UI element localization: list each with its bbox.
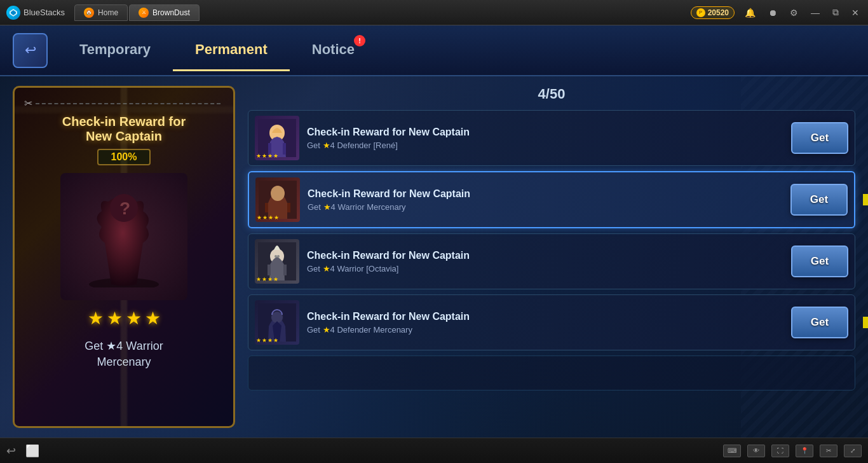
thumb-stars-3: ★ ★ ★ ★ — [256, 276, 278, 282]
svg-point-14 — [277, 255, 280, 258]
reward-item-2[interactable]: ★ ★ ★ ★ Check-in Reward for New Captain … — [248, 171, 855, 228]
tab-temporary[interactable]: Temporary — [57, 30, 173, 71]
expand-icon[interactable]: ⛶ — [771, 445, 789, 457]
coins-display: P 20520 — [691, 6, 735, 19]
get-button-4[interactable]: Get — [791, 307, 848, 338]
arrow-shape-2 — [863, 190, 868, 209]
home-tab[interactable]: 🏠 Home — [74, 4, 128, 21]
tab-permanent[interactable]: Permanent — [173, 30, 290, 71]
character-rene — [258, 119, 296, 157]
title-bar-left: BlueStacks 🏠 Home ⚔ BrownDust — [6, 4, 200, 21]
bottom-right: ⌨ 👁 ⛶ 📍 ✂ ⤢ — [723, 445, 862, 457]
reward-card-title: Check-in Reward for New Captain — [62, 114, 186, 144]
star-4: ★ — [145, 308, 161, 329]
reward-list: ★ ★ ★ ★ Check-in Reward for New Captain … — [248, 110, 855, 390]
star-1: ★ — [88, 308, 104, 329]
item-info-1: Check-in Reward for New Captain Get ★4 D… — [307, 127, 783, 150]
character-silhouette: ? — [73, 186, 175, 287]
nav-bar: ↩ Temporary Permanent Notice ! — [0, 25, 868, 76]
empty-item — [248, 356, 855, 390]
minimize-btn[interactable]: — — [808, 6, 822, 19]
notification-btn[interactable]: 🔔 — [742, 6, 758, 19]
close-btn[interactable]: ✕ — [849, 6, 862, 19]
item-desc-3: Get ★4 Warrior [Octavia] — [307, 264, 783, 273]
browndust-tab-icon: ⚔ — [139, 8, 149, 18]
reward-card: ✂ Check-in Reward for New Captain 100% — [13, 86, 235, 428]
scissors-line: ✂ — [24, 97, 224, 109]
thumb-stars-2: ★ ★ ★ ★ — [257, 214, 279, 221]
record-btn[interactable]: ⏺ — [766, 6, 780, 19]
notice-badge: ! — [354, 35, 365, 46]
reward-item-3[interactable]: ★ ★ ★ ★ Check-in Reward for New Captain … — [248, 233, 855, 289]
progress-bar-container: 100% — [97, 149, 151, 165]
item-title-1: Check-in Reward for New Captain — [307, 127, 783, 138]
item-thumb-1: ★ ★ ★ ★ — [255, 116, 299, 160]
tab-notice[interactable]: Notice ! — [290, 30, 377, 71]
character-defender-mercenary — [258, 303, 296, 342]
title-bar: BlueStacks 🏠 Home ⚔ BrownDust P 20520 🔔 … — [0, 0, 868, 25]
star-3: ★ — [126, 308, 142, 329]
svg-rect-8 — [283, 143, 286, 155]
item-desc-1: Get ★4 Defender [René] — [307, 141, 783, 150]
reward-description: Get ★4 Warrior Mercenary — [85, 338, 163, 370]
item-desc-4: Get ★4 Defender Mercenary — [307, 325, 783, 335]
arrow-indicator-2 — [863, 190, 868, 209]
right-panel: 4/50 — [248, 86, 855, 428]
star-2: ★ — [107, 308, 123, 329]
get-button-1[interactable]: Get — [791, 122, 848, 154]
get-button-3[interactable]: Get — [791, 245, 848, 277]
character-octavia — [258, 242, 296, 280]
get-button-2[interactable]: Get — [790, 184, 848, 216]
title-bar-right: P 20520 🔔 ⏺ ⚙ — ⧉ ✕ — [691, 6, 862, 19]
settings-btn[interactable]: ⚙ — [787, 6, 801, 19]
coins-amount: 20520 — [708, 8, 729, 17]
content-area: ✂ Check-in Reward for New Captain 100% — [0, 76, 868, 438]
character-warrior-mercenary — [259, 181, 297, 219]
camera-icon[interactable]: 👁 — [747, 445, 765, 457]
arrow-shape-4 — [863, 313, 868, 332]
restore-btn[interactable]: ⧉ — [830, 6, 841, 19]
item-2-wrapper: ★ ★ ★ ★ Check-in Reward for New Captain … — [248, 171, 855, 228]
stars-row: ★ ★ ★ ★ — [88, 308, 161, 329]
keyboard-icon[interactable]: ⌨ — [723, 445, 741, 457]
item-info-2: Check-in Reward for New Captain Get ★4 W… — [308, 188, 783, 212]
bluestacks-logo — [6, 6, 20, 20]
back-button[interactable]: ↩ — [13, 33, 48, 68]
reward-item-4[interactable]: ★ ★ ★ ★ Check-in Reward for New Captain … — [248, 294, 855, 350]
progress-counter: 4/50 — [248, 86, 855, 102]
dashed-line — [36, 103, 220, 104]
item-desc-2: Get ★4 Warrior Mercenary — [308, 202, 783, 212]
scissors-icon: ✂ — [24, 97, 32, 109]
brand-label: BlueStacks — [24, 8, 65, 17]
svg-text:?: ? — [119, 198, 130, 218]
bottom-bar: ↩ ⬜ ⌨ 👁 ⛶ 📍 ✂ ⤢ — [0, 438, 868, 463]
item-title-3: Check-in Reward for New Captain — [307, 250, 783, 261]
title-bar-tabs: 🏠 Home ⚔ BrownDust — [74, 4, 200, 21]
location-icon[interactable]: 📍 — [796, 445, 813, 457]
arrow-indicator-4 — [863, 313, 868, 332]
item-thumb-3: ★ ★ ★ ★ — [255, 239, 299, 284]
item-thumb-4: ★ ★ ★ ★ — [255, 300, 299, 345]
home-tab-icon: 🏠 — [84, 8, 94, 18]
item-info-3: Check-in Reward for New Captain Get ★4 W… — [307, 250, 783, 273]
coin-icon: P — [696, 8, 705, 17]
game-area: ↩ Temporary Permanent Notice ! ✂ Check-i… — [0, 25, 868, 438]
item-title-2: Check-in Reward for New Captain — [308, 188, 783, 200]
thumb-stars-4: ★ ★ ★ ★ — [256, 337, 278, 343]
thumb-stars-1: ★ ★ ★ ★ — [256, 153, 278, 159]
item-title-4: Check-in Reward for New Captain — [307, 311, 783, 322]
browndust-tab[interactable]: ⚔ BrownDust — [129, 4, 200, 21]
bottom-back-btn[interactable]: ↩ — [6, 444, 16, 458]
scissors-bottom-icon[interactable]: ✂ — [820, 445, 837, 457]
reward-image: ? — [60, 173, 187, 300]
item-thumb-2: ★ ★ ★ ★ — [255, 177, 300, 222]
svg-point-13 — [275, 255, 277, 258]
reward-item-1[interactable]: ★ ★ ★ ★ Check-in Reward for New Captain … — [248, 110, 855, 166]
item-4-wrapper: ★ ★ ★ ★ Check-in Reward for New Captain … — [248, 294, 855, 350]
fullscreen-icon[interactable]: ⤢ — [844, 445, 862, 457]
bottom-left: ↩ ⬜ — [6, 444, 39, 458]
bottom-square-btn[interactable]: ⬜ — [25, 444, 39, 458]
item-info-4: Check-in Reward for New Captain Get ★4 D… — [307, 311, 783, 335]
progress-text: 100% — [111, 151, 137, 162]
